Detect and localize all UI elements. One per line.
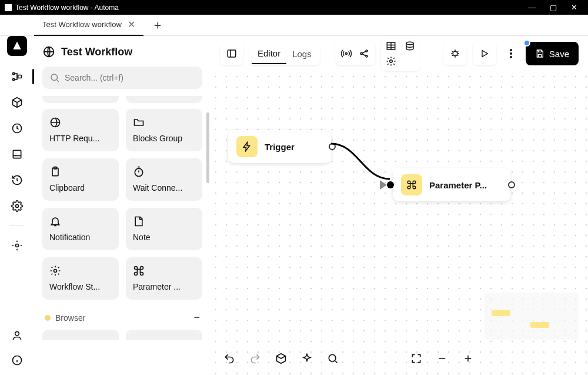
rail-package-icon[interactable]: [11, 96, 24, 109]
block-wait-connections[interactable]: Wait Conne...: [126, 158, 202, 201]
tab-logs[interactable]: Logs: [286, 44, 318, 64]
command-icon: [133, 264, 146, 277]
block-clipboard[interactable]: Clipboard: [42, 158, 119, 201]
rail-info-icon[interactable]: [11, 354, 24, 367]
bell-icon: [49, 215, 62, 228]
magic-button[interactable]: [298, 349, 316, 368]
tab-close-icon[interactable]: ✕: [128, 19, 135, 30]
svg-point-6: [16, 244, 19, 247]
rail-storage-icon[interactable]: [11, 148, 24, 161]
window-minimize[interactable]: —: [528, 3, 536, 12]
package-button[interactable]: [272, 349, 290, 368]
search-icon: [49, 72, 60, 83]
rail-workflows-icon[interactable]: [11, 70, 24, 83]
arrow-icon: [380, 180, 387, 190]
zoom-out-button[interactable]: [433, 349, 452, 368]
svg-point-1: [13, 78, 15, 80]
block-search[interactable]: [42, 67, 202, 89]
block-label: HTTP Requ...: [49, 134, 112, 143]
svg-point-5: [16, 205, 19, 208]
app-icon: [5, 4, 12, 11]
svg-rect-16: [228, 50, 236, 57]
svg-point-27: [510, 56, 512, 58]
more-button[interactable]: [502, 42, 520, 65]
save-button[interactable]: Save: [526, 42, 579, 65]
svg-rect-2: [18, 75, 22, 78]
app-logo[interactable]: [7, 36, 27, 56]
minimap[interactable]: [485, 293, 579, 340]
block-blocks-group[interactable]: Blocks Group: [126, 109, 202, 151]
globe-icon: [49, 116, 62, 129]
rail-locate-icon[interactable]: [11, 239, 24, 252]
block-workflow-state[interactable]: Workflow St...: [42, 257, 119, 300]
zoom-in-button[interactable]: [459, 349, 477, 368]
block-label: Notification: [49, 233, 112, 242]
svg-point-22: [406, 42, 413, 45]
node-output-port[interactable]: [329, 143, 336, 150]
undo-button[interactable]: [220, 349, 239, 368]
node-label: Trigger: [265, 142, 295, 152]
svg-point-15: [54, 270, 57, 273]
redo-button[interactable]: [246, 349, 265, 368]
svg-point-19: [366, 50, 368, 52]
tab-workflow[interactable]: Test Workflow workflow ✕: [34, 15, 143, 36]
fullscreen-button[interactable]: [407, 349, 426, 368]
tabbar: Test Workflow workflow ✕ ＋: [0, 15, 588, 36]
category-browser[interactable]: Browser −: [42, 311, 202, 324]
table-icon[interactable]: [385, 39, 397, 52]
node-trigger[interactable]: Trigger: [228, 130, 331, 163]
sidebar-scrollbar[interactable]: [206, 112, 209, 183]
save-label: Save: [549, 49, 569, 59]
rail-account-icon[interactable]: [11, 329, 24, 342]
broadcast-icon[interactable]: [341, 48, 352, 59]
svg-point-26: [510, 52, 512, 55]
bolt-icon: [236, 136, 258, 157]
block-http-request[interactable]: HTTP Requ...: [42, 109, 119, 151]
block-note[interactable]: Note: [126, 208, 202, 250]
settings-icon[interactable]: [385, 55, 397, 68]
block-label: Parameter ...: [133, 282, 195, 291]
left-rail: [0, 36, 34, 375]
search-button[interactable]: [323, 349, 342, 368]
search-input[interactable]: [65, 73, 195, 82]
block-label: Workflow St...: [49, 282, 112, 291]
svg-point-18: [360, 53, 362, 55]
tab-add-button[interactable]: ＋: [152, 17, 163, 33]
workflow-canvas[interactable]: Trigger Parameter P...: [211, 71, 588, 375]
block-sidebar: Test Workflow HTTP Requ... Blocks Group …: [34, 36, 211, 375]
rail-history-icon[interactable]: [11, 174, 24, 187]
gear-icon: [49, 264, 62, 277]
rail-schedule-icon[interactable]: [11, 122, 24, 135]
editor-topbar: Editor Logs: [211, 36, 588, 71]
svg-point-0: [13, 72, 15, 74]
svg-point-25: [510, 49, 512, 51]
unsaved-indicator-icon: [523, 39, 530, 47]
toggle-sidebar-button[interactable]: [220, 42, 243, 65]
block-parameter-prompt[interactable]: Parameter ...: [126, 257, 202, 300]
svg-point-24: [453, 51, 457, 56]
database-icon[interactable]: [403, 39, 416, 52]
node-parameter-prompt[interactable]: Parameter P...: [393, 168, 510, 201]
canvas-area: Editor Logs: [211, 36, 588, 375]
folder-icon: [133, 116, 146, 129]
window-maximize[interactable]: ▢: [550, 3, 557, 12]
svg-point-7: [15, 331, 19, 336]
save-icon: [535, 49, 544, 58]
node-input-port[interactable]: [387, 181, 394, 188]
globe-icon: [42, 45, 55, 58]
block-notification[interactable]: Notification: [42, 208, 119, 250]
canvas-bottombar: [220, 349, 579, 368]
svg-point-17: [345, 53, 347, 55]
tab-editor[interactable]: Editor: [252, 44, 286, 64]
run-button[interactable]: [473, 42, 496, 65]
collapse-icon[interactable]: −: [193, 311, 200, 324]
share-icon[interactable]: [359, 48, 369, 59]
window-titlebar: Test Workflow workflow - Automa — ▢ ✕: [0, 0, 588, 15]
node-output-port[interactable]: [508, 181, 515, 188]
debug-button[interactable]: [443, 42, 467, 65]
svg-rect-4: [13, 150, 21, 158]
clipboard-icon: [49, 165, 62, 178]
window-close[interactable]: ✕: [571, 3, 577, 12]
view-options: [381, 36, 420, 71]
rail-settings-icon[interactable]: [11, 200, 24, 213]
